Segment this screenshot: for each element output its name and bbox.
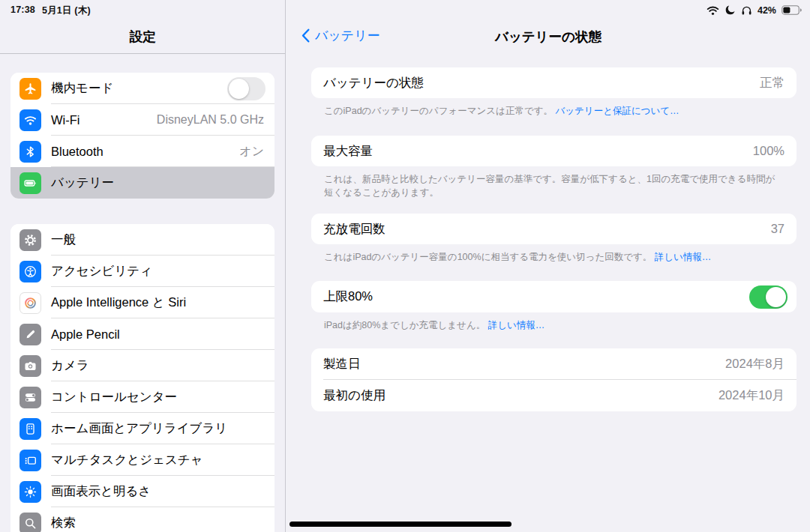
sidebar-item-label: ホーム画面とアプリライブラリ (51, 420, 227, 437)
search-icon (20, 513, 41, 532)
sidebar-item-display-brightness[interactable]: 画面表示と明るさ (10, 476, 274, 507)
headphones-icon (741, 5, 752, 16)
ipad-settings-screen: 17:38 5月1日 (木) 42% 設定 機内モード (0, 0, 810, 532)
bluetooth-icon (20, 141, 41, 163)
control-center-icon (20, 387, 41, 408)
battery-health-footer: このiPadのバッテリーのパフォーマンスは正常です。 バッテリーと保証について… (311, 104, 796, 118)
sidebar-item-label: Apple Pencil (51, 327, 120, 342)
chevron-left-icon (302, 28, 310, 43)
footer-text: これは、新品時と比較したバッテリー容量の基準です。容量が低下すると、1回の充電で… (324, 174, 775, 198)
row-label: 製造日 (323, 356, 361, 372)
toggle-knob (229, 79, 249, 99)
footer-text: このiPadのバッテリーのパフォーマンスは正常です。 (324, 106, 553, 116)
sidebar-item-label: アクセシビリティ (51, 263, 152, 279)
sidebar-item-label: カメラ (51, 357, 89, 374)
max-capacity-card: 最大容量 100% (311, 136, 796, 166)
sidebar-item-battery[interactable]: バッテリー (10, 167, 274, 199)
battery-health-value: 正常 (760, 75, 784, 91)
pencil-icon (20, 324, 41, 345)
charge-limit-row: 上限80% (311, 281, 796, 312)
manufactured-value: 2024年8月 (725, 356, 784, 372)
sidebar-item-airplane-mode[interactable]: 機内モード (10, 73, 274, 104)
sidebar-item-wifi[interactable]: Wi-Fi DisneyLAN 5.0 GHz (10, 104, 274, 136)
sidebar-item-label: 一般 (51, 232, 76, 248)
row-label: 最初の使用 (323, 387, 386, 404)
settings-sidebar: 設定 機内モード Wi-Fi DisneyLAN 5.0 GHz (0, 0, 286, 532)
charge-limit-footer: iPadは約80%までしか充電しません。 詳しい情報… (311, 318, 796, 332)
page-title: バッテリーの状態 (495, 28, 602, 46)
back-label: バッテリー (315, 27, 380, 44)
charge-limit-toggle[interactable] (749, 285, 788, 309)
sidebar-item-search[interactable]: 検索 (10, 507, 274, 532)
max-capacity-row: 最大容量 100% (311, 136, 796, 166)
brightness-icon (20, 481, 41, 503)
statusbar-date: 5月1日 (木) (42, 4, 91, 17)
toggle-knob (766, 287, 786, 307)
wifi-icon (20, 109, 41, 131)
sidebar-item-label: 画面表示と明るさ (51, 483, 151, 500)
sidebar-item-multitasking[interactable]: マルチタスクとジェスチャ (10, 444, 274, 476)
airplane-mode-toggle[interactable] (227, 77, 266, 100)
gear-icon (20, 229, 41, 251)
sidebar-group-connectivity: 機内モード Wi-Fi DisneyLAN 5.0 GHz Bluetooth … (10, 73, 274, 199)
bluetooth-state-value: オン (239, 144, 274, 160)
charge-cycles-footer: これはiPadのバッテリー容量の100%に相当する電力を使い切った回数です。 詳… (311, 250, 796, 264)
footer-text: iPadは約80%までしか充電しません。 (324, 320, 485, 330)
statusbar-indicators: 42% (706, 4, 802, 16)
sidebar-item-label: 機内モード (51, 80, 113, 97)
sidebar-item-apple-pencil[interactable]: Apple Pencil (10, 318, 274, 350)
row-label: 充放電回数 (323, 221, 386, 238)
airplane-icon (20, 78, 41, 100)
battery-percent-text: 42% (758, 5, 776, 16)
first-use-value: 2024年10月 (718, 387, 784, 404)
sidebar-item-accessibility[interactable]: アクセシビリティ (10, 256, 274, 287)
first-use-row: 最初の使用 2024年10月 (311, 380, 796, 411)
battery-health-pane: バッテリー バッテリーの状態 バッテリーの状態 正常 このiPadのバッテリーの… (286, 0, 810, 532)
manufactured-row: 製造日 2024年8月 (311, 348, 796, 380)
sidebar-item-label: Apple Intelligence と Siri (51, 294, 186, 311)
sidebar-item-bluetooth[interactable]: Bluetooth オン (10, 136, 274, 167)
wifi-status-icon (706, 6, 719, 15)
sidebar-item-label: 検索 (51, 515, 76, 531)
sidebar-item-label: Bluetooth (51, 145, 104, 159)
limit-learn-more-link[interactable]: 詳しい情報… (488, 320, 545, 330)
home-screen-icon (20, 418, 41, 440)
row-label: バッテリーの状態 (323, 75, 424, 91)
battery-health-row: バッテリーの状態 正常 (311, 67, 796, 98)
charge-cycles-row: 充放電回数 37 (311, 214, 796, 244)
battery-dates-card: 製造日 2024年8月 最初の使用 2024年10月 (311, 348, 796, 411)
row-label: 上限80% (323, 288, 373, 305)
footer-text: これはiPadのバッテリー容量の100%に相当する電力を使い切った回数です。 (324, 252, 652, 262)
charge-cycles-value: 37 (771, 222, 784, 236)
battery-warranty-link[interactable]: バッテリーと保証について… (555, 106, 679, 116)
back-button[interactable]: バッテリー (302, 27, 380, 44)
sidebar-item-camera[interactable]: カメラ (10, 350, 274, 381)
apple-intelligence-icon (20, 292, 41, 314)
sidebar-group-general: 一般 アクセシビリティ Apple Intelligence と Siri Ap… (10, 224, 274, 532)
sidebar-item-label: マルチタスクとジェスチャ (51, 452, 203, 468)
cycles-learn-more-link[interactable]: 詳しい情報… (655, 252, 712, 262)
max-capacity-footer: これは、新品時と比較したバッテリー容量の基準です。容量が低下すると、1回の充電で… (311, 172, 796, 199)
statusbar-datetime: 17:38 5月1日 (木) (10, 4, 91, 17)
multitask-icon (20, 450, 41, 471)
sidebar-item-apple-intelligence[interactable]: Apple Intelligence と Siri (10, 287, 274, 318)
sidebar-item-general[interactable]: 一般 (10, 224, 274, 256)
row-label: 最大容量 (323, 143, 373, 160)
focus-moon-icon (724, 4, 736, 16)
accessibility-icon (20, 261, 41, 282)
statusbar-time: 17:38 (10, 4, 35, 17)
camera-icon (20, 355, 41, 377)
home-indicator[interactable] (290, 522, 512, 527)
sidebar-item-control-center[interactable]: コントロールセンター (10, 381, 274, 413)
battery-icon (20, 172, 41, 194)
charge-limit-card: 上限80% (311, 281, 796, 312)
battery-status-icon (782, 5, 802, 15)
max-capacity-value: 100% (753, 144, 784, 158)
sidebar-item-home-screen[interactable]: ホーム画面とアプリライブラリ (10, 413, 274, 444)
sidebar-item-label: コントロールセンター (51, 389, 177, 405)
sidebar-item-label: Wi-Fi (51, 113, 80, 127)
charge-cycles-card: 充放電回数 37 (311, 214, 796, 244)
battery-health-card: バッテリーの状態 正常 (311, 67, 796, 98)
sidebar-item-label: バッテリー (51, 175, 114, 191)
sidebar-title: 設定 (0, 28, 285, 46)
